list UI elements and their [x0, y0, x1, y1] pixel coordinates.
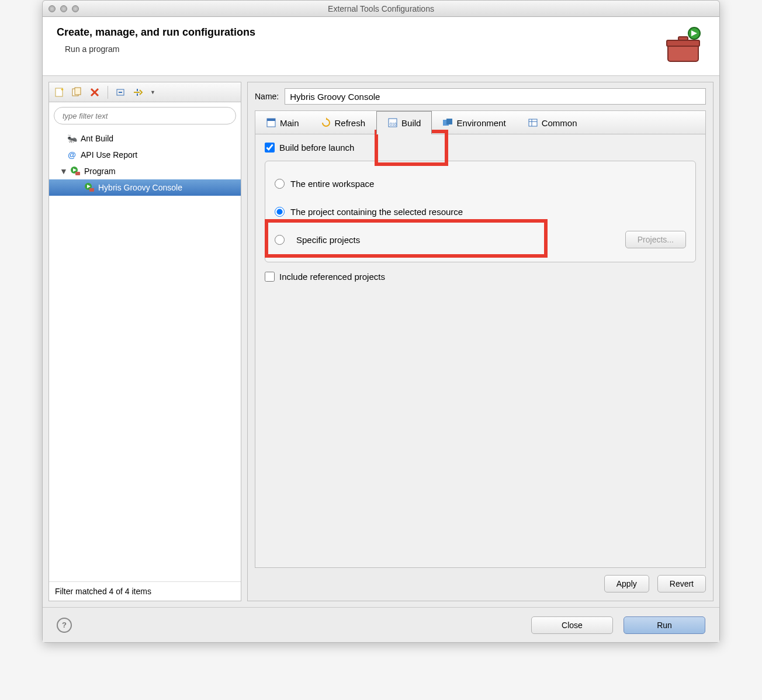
tab-common[interactable]: Common [517, 112, 588, 134]
svg-rect-3 [667, 40, 699, 46]
build-before-launch-label: Build before launch [279, 143, 354, 153]
new-config-icon[interactable]: ✦ [54, 86, 65, 98]
duplicate-config-icon[interactable] [71, 86, 83, 98]
dropdown-icon[interactable]: ▼ [150, 89, 155, 95]
projects-button[interactable]: Projects... [625, 231, 686, 248]
footer: ? Close Run [43, 607, 719, 642]
disclosure-triangle-icon[interactable]: ▼ [60, 167, 67, 176]
titlebar: External Tools Configurations [43, 1, 719, 17]
page-subtitle: Run a program [65, 44, 255, 54]
tree-item-program[interactable]: ▼ Program [49, 163, 241, 179]
config-tree: 🐜 Ant Build @ API Use Report ▼ Program H… [49, 129, 241, 581]
tab-main[interactable]: Main [255, 112, 310, 134]
tree-item-label: Hybris Groovy Console [98, 183, 182, 192]
radio-entire-workspace[interactable] [275, 179, 285, 189]
tree-item-label: Ant Build [81, 134, 113, 143]
ant-icon: 🐜 [67, 133, 77, 144]
common-tab-icon [528, 117, 538, 128]
svg-rect-18 [267, 119, 275, 121]
program-icon [70, 166, 81, 176]
revert-button[interactable]: Revert [657, 575, 706, 592]
svg-text:010: 010 [390, 122, 397, 126]
tree-item-hybris-groovy-console[interactable]: Hybris Groovy Console [49, 179, 241, 196]
tab-label: Refresh [335, 118, 366, 128]
filter-status: Filter matched 4 of 4 items [49, 581, 241, 601]
filter-input[interactable] [54, 107, 236, 124]
include-referenced-label: Include referenced projects [279, 272, 385, 282]
tree-item-label: Program [84, 167, 116, 176]
radio-specific-projects-label: Specific projects [296, 235, 619, 245]
tab-environment[interactable]: Environment [432, 112, 517, 134]
tab-label: Main [280, 118, 299, 128]
name-input[interactable] [285, 88, 706, 105]
tree-item-label: API Use Report [81, 150, 137, 160]
build-tab-icon: 010 [387, 117, 398, 128]
svg-text:✦: ✦ [60, 87, 64, 92]
svg-rect-24 [529, 119, 537, 126]
run-button[interactable]: Run [624, 616, 705, 634]
filter-config-icon[interactable] [133, 86, 144, 98]
radio-project-selected[interactable] [275, 207, 285, 217]
build-before-launch-checkbox[interactable] [265, 143, 275, 153]
page-title: Create, manage, and run configurations [57, 26, 255, 39]
name-label: Name: [255, 92, 279, 101]
collapse-all-icon[interactable] [115, 86, 127, 98]
tab-refresh[interactable]: Refresh [310, 112, 377, 134]
dialog-window: External Tools Configurations Create, ma… [42, 0, 720, 643]
build-scope-group: The entire workspace The project contain… [265, 161, 696, 262]
tab-bar: Main Refresh 010 Build Environment Commo… [255, 110, 706, 134]
sidebar-toolbar: ✦ ▼ [49, 82, 241, 102]
tree-item-ant-build[interactable]: 🐜 Ant Build [49, 130, 241, 147]
svg-rect-16 [89, 188, 94, 192]
tree-item-api-use-report[interactable]: @ API Use Report [49, 147, 241, 163]
at-icon: @ [67, 150, 77, 160]
apply-button[interactable]: Apply [604, 575, 649, 592]
include-referenced-checkbox[interactable] [265, 272, 275, 282]
help-icon[interactable]: ? [57, 618, 72, 633]
tab-build[interactable]: 010 Build [376, 111, 432, 134]
main-panel: Name: Main Refresh 010 Build E [247, 82, 713, 601]
radio-project-selected-label: The project containing the selected reso… [290, 207, 686, 217]
radio-entire-workspace-label: The entire workspace [290, 179, 686, 189]
svg-rect-13 [75, 172, 80, 175]
sidebar: ✦ ▼ 🐜 Ant Build @ API Use Report [49, 82, 241, 601]
refresh-tab-icon [321, 117, 331, 128]
environment-tab-icon [442, 117, 453, 128]
delete-config-icon[interactable] [89, 86, 101, 98]
window-title: External Tools Configurations [43, 4, 719, 13]
tab-label: Common [542, 118, 577, 128]
svg-rect-4 [678, 37, 688, 40]
svg-rect-23 [446, 119, 452, 124]
close-button[interactable]: Close [531, 616, 613, 634]
main-tab-icon [266, 117, 276, 128]
header: Create, manage, and run configurations R… [43, 17, 719, 76]
svg-rect-8 [75, 88, 81, 95]
tab-label: Environment [456, 118, 505, 128]
program-icon [84, 182, 95, 193]
build-pane: Build before launch The entire workspace… [255, 134, 706, 568]
tab-label: Build [401, 118, 421, 128]
toolbox-icon [662, 26, 705, 64]
radio-specific-projects[interactable] [275, 235, 285, 245]
